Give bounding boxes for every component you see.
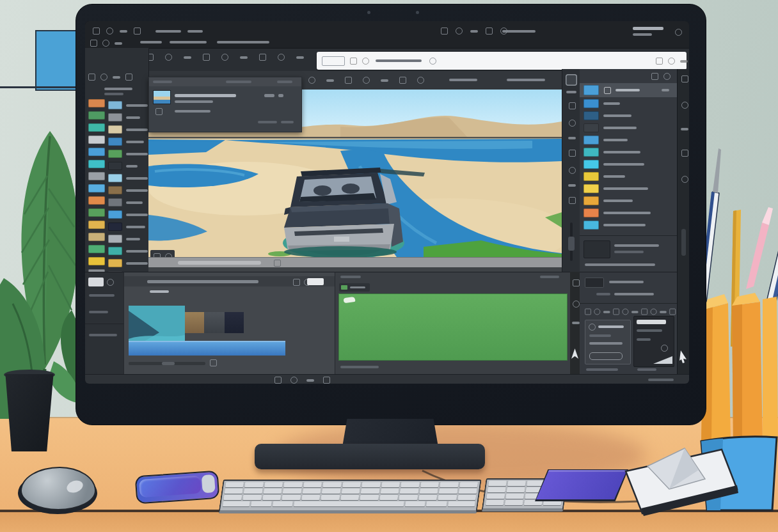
bookmark-icon[interactable] xyxy=(681,176,688,183)
clip-thumbnail-gray[interactable] xyxy=(204,312,225,333)
layer-swatch[interactable] xyxy=(88,208,105,217)
asset-row[interactable] xyxy=(108,221,148,233)
effects-icon[interactable] xyxy=(651,309,657,315)
green-screen-clip[interactable] xyxy=(338,293,568,361)
position-icon[interactable] xyxy=(585,309,591,315)
adjust-icon[interactable] xyxy=(568,137,576,139)
mic-icon[interactable] xyxy=(668,58,675,65)
asset-row[interactable] xyxy=(108,123,148,136)
clip-thumbnail-tan[interactable] xyxy=(185,312,204,333)
undo-icon[interactable] xyxy=(90,40,97,47)
layer-row[interactable] xyxy=(584,121,673,134)
effect-chip[interactable] xyxy=(585,278,604,288)
forward-icon[interactable] xyxy=(125,74,132,81)
search-mode-button[interactable] xyxy=(322,56,345,66)
opacity-icon[interactable] xyxy=(363,77,370,84)
info-icon[interactable] xyxy=(681,102,688,109)
clip-thumbnail-dark[interactable] xyxy=(225,312,244,333)
profile-icon[interactable] xyxy=(362,58,369,65)
clip-tab[interactable] xyxy=(339,283,370,292)
layer-swatch[interactable] xyxy=(88,136,105,144)
layer-swatch[interactable] xyxy=(88,111,105,120)
asset-row[interactable] xyxy=(108,245,148,257)
skew-icon[interactable] xyxy=(613,309,619,315)
render-button[interactable] xyxy=(307,278,324,285)
folder-icon[interactable] xyxy=(155,108,163,115)
lock-icon[interactable] xyxy=(399,77,406,84)
asset-row[interactable] xyxy=(108,160,148,172)
clip-strip-blue[interactable] xyxy=(129,341,285,356)
layout-icon[interactable] xyxy=(134,27,141,35)
refresh-icon[interactable] xyxy=(100,74,107,81)
help-icon[interactable] xyxy=(681,150,688,157)
search-icon[interactable] xyxy=(429,58,436,65)
gradient-tool-icon[interactable] xyxy=(184,56,191,59)
pin-icon[interactable] xyxy=(569,197,576,204)
sync-icon[interactable] xyxy=(107,279,114,286)
panel-add-icon[interactable] xyxy=(663,73,671,80)
rail-scroll-handle[interactable] xyxy=(681,229,686,256)
app-logo-icon[interactable] xyxy=(93,27,100,35)
go-icon[interactable] xyxy=(680,60,688,63)
asset-row[interactable] xyxy=(108,111,148,123)
audio-icon[interactable] xyxy=(669,309,676,315)
opacity-icon[interactable] xyxy=(623,309,629,315)
layer-swatch[interactable] xyxy=(88,148,105,156)
layer-row[interactable] xyxy=(584,146,673,158)
text-tool-icon[interactable] xyxy=(221,54,228,61)
pen-icon[interactable] xyxy=(441,27,448,35)
canvas-scrollbar[interactable] xyxy=(148,257,562,268)
page-icon[interactable] xyxy=(113,76,120,79)
rotate-icon[interactable] xyxy=(308,77,315,84)
history-icon[interactable] xyxy=(120,30,127,33)
layer-row[interactable] xyxy=(584,97,673,109)
asset-row[interactable] xyxy=(108,148,148,160)
layer-row[interactable] xyxy=(584,219,673,231)
blend-icon[interactable] xyxy=(381,79,388,82)
hand-tool-icon[interactable] xyxy=(259,54,266,61)
layer-swatch[interactable] xyxy=(88,184,105,192)
snap-icon[interactable] xyxy=(572,322,580,324)
motion-icon[interactable] xyxy=(660,311,667,313)
zoom-tool-icon[interactable] xyxy=(240,56,248,59)
layer-row[interactable] xyxy=(584,134,673,146)
text-cursor-icon[interactable] xyxy=(470,30,478,33)
path-icon[interactable] xyxy=(569,167,576,174)
layer-swatch[interactable] xyxy=(88,245,105,253)
scroll-options-icon[interactable] xyxy=(274,260,281,267)
layer-row[interactable] xyxy=(584,207,673,219)
asset-row[interactable] xyxy=(108,172,148,184)
layer-swatch[interactable] xyxy=(88,99,105,107)
scroll-handle[interactable] xyxy=(178,261,261,265)
call-icon[interactable] xyxy=(350,58,357,65)
layer-row[interactable] xyxy=(584,170,673,182)
expand-icon[interactable] xyxy=(293,279,300,286)
mask-tool-icon[interactable] xyxy=(278,54,285,61)
layer-swatch[interactable] xyxy=(88,257,105,265)
dock-icon[interactable] xyxy=(569,102,576,109)
apply-pill[interactable] xyxy=(589,352,623,360)
shape-tool-icon[interactable] xyxy=(203,54,210,61)
minimize-icon[interactable] xyxy=(675,29,682,36)
settings-icon[interactable] xyxy=(681,128,688,130)
asset-row[interactable] xyxy=(108,196,148,208)
asset-row[interactable] xyxy=(108,184,148,196)
scale-icon[interactable] xyxy=(594,309,600,315)
mask-icon[interactable] xyxy=(641,309,647,315)
search-bar[interactable] xyxy=(317,52,687,70)
clipboard-icon[interactable] xyxy=(656,58,663,65)
eraser-tool-icon[interactable] xyxy=(165,54,172,61)
layers-icon[interactable] xyxy=(345,77,352,84)
preview-scrollbar[interactable] xyxy=(129,362,205,365)
swatch-icon[interactable] xyxy=(569,120,576,127)
layer-swatch[interactable] xyxy=(88,160,105,168)
ruler-icon[interactable] xyxy=(456,27,463,35)
layer-swatch[interactable] xyxy=(88,221,105,229)
link-icon[interactable] xyxy=(115,42,122,45)
layer-row[interactable] xyxy=(584,158,673,170)
group-thumb[interactable] xyxy=(584,240,610,258)
layer-row[interactable] xyxy=(584,182,673,194)
asset-row[interactable] xyxy=(108,136,148,148)
asset-row[interactable] xyxy=(108,233,148,245)
mask-icon[interactable] xyxy=(569,150,576,157)
